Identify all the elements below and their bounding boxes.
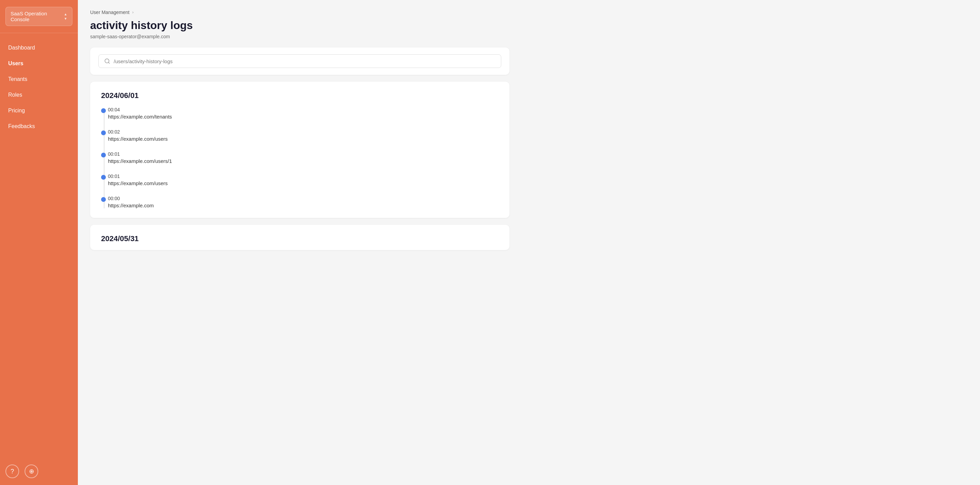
- log-time-3: 00:01: [108, 173, 498, 179]
- breadcrumb-parent[interactable]: User Management: [90, 10, 129, 15]
- log-url-3: https://example.com/users: [108, 180, 498, 186]
- console-selector[interactable]: SaaS Operation Console ▲ ▼: [5, 7, 72, 26]
- timeline-dot-icon: [101, 175, 106, 180]
- log-entry-0: 00:04 https://example.com/tenants: [108, 107, 498, 119]
- log-time-0: 00:04: [108, 107, 498, 112]
- log-group-1: 2024/06/01 00:04 https://example.com/ten…: [90, 82, 509, 218]
- timeline-dot-icon: [101, 197, 106, 202]
- svg-line-1: [108, 62, 109, 63]
- log-time-2: 00:01: [108, 151, 498, 157]
- search-icon: [104, 58, 110, 64]
- search-input[interactable]: [114, 59, 495, 64]
- help-button[interactable]: ?: [5, 464, 19, 478]
- log-url-2: https://example.com/users/1: [108, 158, 498, 164]
- log-entry-1: 00:02 https://example.com/users: [108, 129, 498, 142]
- breadcrumb-arrow-icon: ›: [132, 10, 134, 15]
- sidebar-footer: ? ⊕: [0, 458, 78, 485]
- breadcrumb: User Management ›: [90, 10, 509, 15]
- log-url-1: https://example.com/users: [108, 136, 498, 142]
- log-entry-2: 00:01 https://example.com/users/1: [108, 151, 498, 164]
- timeline-dot-icon: [101, 130, 106, 135]
- help-icon: ?: [11, 468, 14, 475]
- log-entry-4: 00:00 https://example.com: [108, 196, 498, 208]
- log-date-2: 2024/05/31: [90, 234, 509, 250]
- log-url-4: https://example.com: [108, 202, 498, 208]
- main-content: User Management › activity history logs …: [78, 0, 980, 485]
- sidebar-item-dashboard[interactable]: Dashboard: [0, 40, 78, 56]
- search-input-wrapper: [98, 54, 501, 68]
- timeline-1: 00:04 https://example.com/tenants 00:02 …: [101, 107, 498, 208]
- search-card: [90, 48, 509, 75]
- log-time-1: 00:02: [108, 129, 498, 135]
- log-entry-3: 00:01 https://example.com/users: [108, 173, 498, 186]
- selector-arrows-icon: ▲ ▼: [64, 12, 67, 21]
- page-title: activity history logs: [90, 19, 509, 32]
- language-icon: ⊕: [29, 468, 34, 475]
- log-date-1: 2024/06/01: [101, 91, 498, 100]
- log-url-0: https://example.com/tenants: [108, 114, 498, 119]
- language-button[interactable]: ⊕: [25, 464, 38, 478]
- log-time-4: 00:00: [108, 196, 498, 201]
- timeline-dot-icon: [101, 153, 106, 157]
- sidebar: SaaS Operation Console ▲ ▼ Dashboard Use…: [0, 0, 78, 485]
- sidebar-item-roles[interactable]: Roles: [0, 87, 78, 103]
- sidebar-item-users[interactable]: Users: [0, 56, 78, 72]
- timeline-dot-icon: [101, 108, 106, 113]
- sidebar-item-pricing[interactable]: Pricing: [0, 103, 78, 119]
- sidebar-item-feedbacks[interactable]: Feedbacks: [0, 119, 78, 134]
- log-group-2: 2024/05/31: [90, 225, 509, 250]
- console-label: SaaS Operation Console: [11, 11, 64, 22]
- sidebar-item-tenants[interactable]: Tenants: [0, 72, 78, 87]
- sidebar-nav: Dashboard Users Tenants Roles Pricing Fe…: [0, 33, 78, 458]
- sidebar-header: SaaS Operation Console ▲ ▼: [0, 0, 78, 33]
- page-subtitle: sample-saas-operator@example.com: [90, 34, 509, 39]
